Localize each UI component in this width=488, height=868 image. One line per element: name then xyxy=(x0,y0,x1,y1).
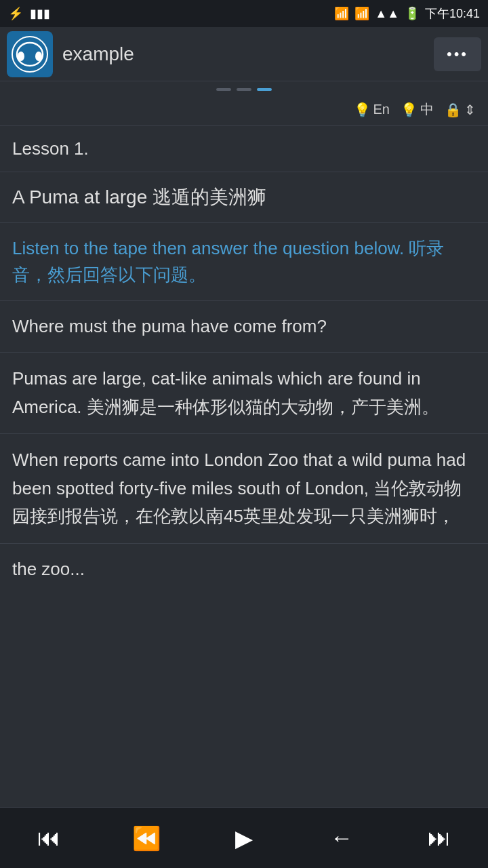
controls-row: 💡 En 💡 中 🔒 ⇕ xyxy=(0,95,488,125)
lesson-title: Lesson 1. xyxy=(12,138,89,159)
lesson-topic-title: A Puma at large 逃遁的美洲狮 xyxy=(12,186,266,208)
rewind-icon: ⏪ xyxy=(132,825,161,852)
menu-button[interactable]: ••• xyxy=(434,37,481,71)
first-button[interactable]: ⏮ xyxy=(22,814,76,862)
bottom-nav: ⏮ ⏪ ▶ ← ⏭ xyxy=(0,807,488,868)
question-section: Where must the puma have come from? xyxy=(0,301,488,353)
tab-dot-2[interactable] xyxy=(237,88,251,91)
chinese-label: 中 xyxy=(420,100,434,119)
signal-bars-icon: ▮▮▮ xyxy=(30,6,50,21)
status-left-icons: ⚡ ▮▮▮ xyxy=(8,6,50,21)
title-section: A Puma at large 逃遁的美洲狮 xyxy=(0,172,488,223)
usb-icon: ⚡ xyxy=(8,6,23,21)
english-label: En xyxy=(373,102,390,117)
lock-arrows: ⇕ xyxy=(464,102,476,118)
instruction-section: Listen to the tape then answer the quest… xyxy=(0,223,488,301)
body1-text: Pumas are large, cat-like animals which … xyxy=(12,368,439,417)
wifi-icon: 📶 xyxy=(354,6,369,21)
bluetooth-icon: 📶 xyxy=(334,6,349,21)
rewind-button[interactable]: ⏪ xyxy=(119,814,174,862)
logo-icon xyxy=(12,36,48,73)
lock-button[interactable]: 🔒 ⇕ xyxy=(445,102,476,118)
tab-dot-1[interactable] xyxy=(216,88,231,91)
lock-icon: 🔒 xyxy=(445,102,462,118)
body1-section: Pumas are large, cat-like animals which … xyxy=(0,353,488,434)
app-title: example xyxy=(53,43,434,65)
battery-icon: 🔋 xyxy=(405,6,420,21)
status-bar: ⚡ ▮▮▮ 📶 📶 ▲▲ 🔋 下午10:41 xyxy=(0,0,488,27)
question-text: Where must the puma have come from? xyxy=(12,316,327,336)
body2-text: When reports came into London Zoo that a… xyxy=(12,450,466,533)
english-hint-button[interactable]: 💡 En xyxy=(354,102,390,118)
chinese-hint-button[interactable]: 💡 中 xyxy=(401,100,434,119)
lesson-section: Lesson 1. xyxy=(0,126,488,172)
network-icon: ▲▲ xyxy=(375,7,399,21)
content-area: Lesson 1. A Puma at large 逃遁的美洲狮 Listen … xyxy=(0,126,488,807)
partial-section: the zoo... xyxy=(0,544,488,583)
back-button[interactable]: ← xyxy=(314,814,369,862)
play-icon: ▶ xyxy=(235,825,253,852)
bulb-zh-icon: 💡 xyxy=(401,102,418,118)
time-display: 下午10:41 xyxy=(425,5,480,22)
last-icon: ⏭ xyxy=(428,825,451,851)
instruction-text: Listen to the tape then answer the quest… xyxy=(12,238,444,285)
back-icon: ← xyxy=(330,825,353,851)
first-icon: ⏮ xyxy=(37,825,60,851)
status-right-icons: 📶 📶 ▲▲ 🔋 下午10:41 xyxy=(334,5,480,22)
play-button[interactable]: ▶ xyxy=(217,814,271,862)
svg-point-2 xyxy=(35,52,42,61)
last-button[interactable]: ⏭ xyxy=(412,814,466,862)
bulb-en-icon: 💡 xyxy=(354,102,371,118)
tab-indicator xyxy=(0,81,488,95)
svg-point-1 xyxy=(18,52,24,61)
app-logo xyxy=(7,31,53,77)
body2-section: When reports came into London Zoo that a… xyxy=(0,434,488,544)
tab-dot-3[interactable] xyxy=(257,88,272,91)
app-bar: example ••• xyxy=(0,27,488,81)
partial-text: the zoo... xyxy=(12,559,85,579)
